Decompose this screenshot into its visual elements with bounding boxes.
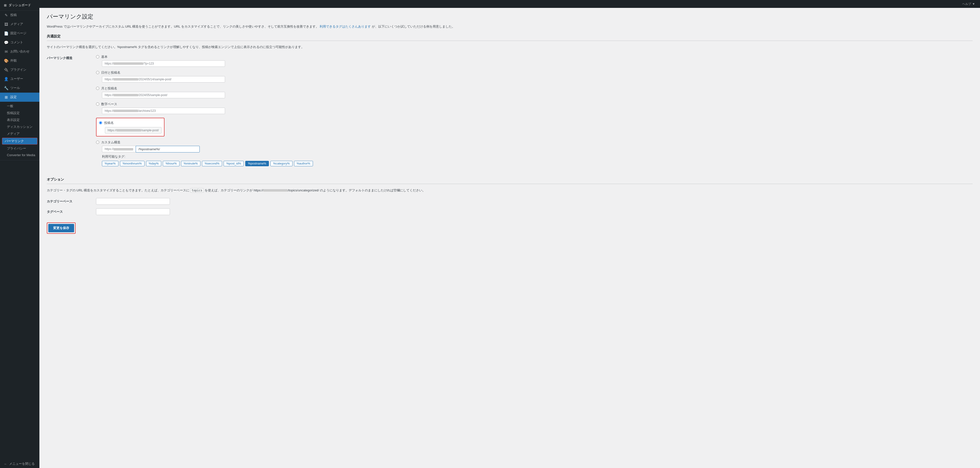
permalink-label-basic[interactable]: 基本 [96, 55, 973, 59]
help-label: ヘルプ [962, 2, 971, 6]
media-icon: 🖼 [4, 22, 8, 27]
permalink-structure-row: パーマリンク構造 基本 https:///?p=123 [47, 55, 973, 170]
sidebar-item-pages[interactable]: 📄 固定ページ [0, 29, 40, 38]
custom-structure-row: https:// [102, 146, 973, 153]
tag-minute[interactable]: %minute% [181, 161, 200, 166]
custom-prefix-text: https:// [102, 146, 136, 152]
sidebar-item-plugins[interactable]: 🔌 プラグイン [0, 65, 40, 75]
permalink-label-date[interactable]: 日付と投稿名 [96, 70, 973, 75]
sidebar-sub-privacy[interactable]: プライバシー [0, 145, 40, 152]
sidebar-sub-converter[interactable]: Converter for Media [0, 152, 40, 158]
options-section-title: オプション [47, 177, 973, 184]
permalink-text-basic: 基本 [101, 55, 108, 59]
save-button-wrapper: 変更を保存 [47, 223, 76, 234]
posts-icon: ✎ [4, 13, 8, 18]
options-code: topics [190, 188, 204, 193]
options-url-example: https:///topics/uncategorized/ [254, 188, 319, 192]
permalink-url-basic: https:///?p=123 [102, 60, 225, 67]
permalink-radio-date[interactable] [96, 71, 99, 74]
permalink-url-date: https:///2024/05/14/sample-post/ [102, 76, 225, 83]
sidebar-item-posts[interactable]: ✎ 投稿 [0, 11, 40, 20]
permalink-selected-postname: 投稿名 https:///sample-post/ [96, 118, 164, 137]
blurred-domain-postname [116, 129, 141, 132]
available-tags-link[interactable]: 利用できるタグはたくさんあります [320, 25, 371, 28]
permalink-text-date: 日付と投稿名 [101, 70, 120, 75]
sidebar-logo-label: ダッシュボード [9, 3, 31, 7]
tag-second[interactable]: %second% [202, 161, 222, 166]
permalink-label-numeric[interactable]: 数字ベース [96, 102, 973, 107]
permalink-radio-postname[interactable] [99, 121, 102, 124]
tag-day[interactable]: %day% [146, 161, 162, 166]
tag-hour[interactable]: %hour% [163, 161, 179, 166]
users-icon: 👤 [4, 76, 8, 81]
permalink-label-postname[interactable]: 投稿名 [99, 121, 162, 125]
blurred-domain-custom [113, 148, 133, 151]
sidebar-item-media[interactable]: 🖼 メディア [0, 20, 40, 29]
permalink-radio-month[interactable] [96, 87, 99, 90]
sidebar-sub-writing[interactable]: 投稿設定 [0, 110, 40, 116]
sidebar-item-contact[interactable]: ✉ お問い合わせ [0, 47, 40, 56]
tag-monthnum[interactable]: %monthnum% [120, 161, 145, 166]
blurred-domain-month [113, 94, 138, 96]
custom-structure-input[interactable] [136, 146, 200, 153]
tag-base-input-wrap [96, 209, 973, 215]
permalink-radio-numeric[interactable] [96, 102, 99, 106]
options-description: カテゴリー・タグの URL 構造をカスタマイズすることもできます。たとえば、カテ… [47, 188, 973, 193]
sidebar-close-button[interactable]: ← メニューを閉じる [0, 460, 40, 468]
settings-icon: ⊞ [4, 95, 8, 100]
tag-author[interactable]: %author% [294, 161, 313, 166]
permalink-label-month[interactable]: 月と投稿名 [96, 86, 973, 91]
tag-postname[interactable]: %postname% [245, 161, 269, 166]
sidebar-logo[interactable]: ⊞ ダッシュボード [0, 0, 40, 11]
permalink-text-custom: カスタム構造 [101, 140, 120, 145]
sidebar-sub-permalinks[interactable]: パーマリンク [2, 138, 37, 145]
sidebar-item-tools-label: ツール [10, 86, 20, 90]
permalink-label-custom[interactable]: カスタム構造 [96, 140, 973, 145]
sidebar-sub-media[interactable]: メディア [0, 130, 40, 137]
options-desc-part3: のようになります。デフォルトのままにしたければ空欄にしてください。 [320, 188, 425, 192]
close-menu-label: メニューを閉じる [9, 462, 35, 466]
sidebar-sub-reading[interactable]: 表示設定 [0, 116, 40, 123]
sidebar-sub-general[interactable]: 一般 [0, 103, 40, 110]
category-base-input[interactable] [96, 198, 170, 205]
category-base-label: カテゴリーベース [47, 198, 96, 204]
permalink-radio-basic[interactable] [96, 55, 99, 58]
sidebar-item-comments[interactable]: 💬 コメント [0, 38, 40, 47]
permalink-radio-custom[interactable] [96, 141, 99, 144]
tags-list: %year% %monthnum% %day% %hour% %minute% … [102, 161, 973, 166]
contact-icon: ✉ [4, 49, 8, 54]
sidebar-item-appearance[interactable]: 🎨 外観 [0, 56, 40, 65]
sidebar-item-settings[interactable]: ⊞ 設定 [0, 92, 40, 102]
page-description: WordPress ではパーマリンクやアーカイブにカスタム URL 構造を使うこ… [47, 24, 973, 29]
category-base-input-wrap [96, 198, 973, 205]
sidebar-item-users-label: ユーザー [10, 76, 23, 81]
options-section: オプション カテゴリー・タグの URL 構造をカスタマイズすることもできます。た… [47, 177, 973, 215]
content-area: パーマリンク設定 WordPress ではパーマリンクやアーカイブにカスタム U… [40, 8, 980, 468]
permalink-option-basic: 基本 https:///?p=123 [96, 55, 973, 67]
permalink-text-numeric: 数字ベース [101, 102, 117, 107]
desc-part1: WordPress ではパーマリンクやアーカイブにカスタム URL 構造を使うこ… [47, 25, 319, 28]
tag-year[interactable]: %year% [102, 161, 118, 166]
tag-base-input[interactable] [96, 209, 170, 215]
sidebar-item-comments-label: コメント [10, 40, 23, 45]
save-button[interactable]: 変更を保存 [48, 224, 74, 232]
help-button[interactable]: ヘルプ ▼ [962, 2, 975, 6]
sidebar-item-tools[interactable]: 🔧 ツール [0, 83, 40, 92]
blurred-options-url [263, 189, 288, 192]
options-desc-part1: カテゴリー・タグの URL 構造をカスタマイズすることもできます。たとえば、カテ… [47, 188, 190, 192]
tag-post-id[interactable]: %post_id% [224, 161, 244, 166]
settings-table: パーマリンク構造 基本 https:///?p=123 [47, 55, 973, 170]
sidebar-item-users[interactable]: 👤 ユーザー [0, 75, 40, 83]
sidebar-sub-discussion[interactable]: ディスカッション [0, 123, 40, 130]
common-settings-title: 共通設定 [47, 34, 973, 41]
dashboard-icon: ⊞ [4, 3, 6, 7]
options-desc-part2: を使えば、カテゴリーのリンクが [205, 188, 254, 192]
sidebar-item-pages-label: 固定ページ [10, 31, 26, 35]
tag-category[interactable]: %category% [270, 161, 292, 166]
tag-base-label: タグベース [47, 209, 96, 214]
save-section: 変更を保存 [47, 223, 973, 234]
category-base-row: カテゴリーベース [47, 198, 973, 205]
blurred-domain-numeric [113, 110, 138, 112]
page-title: パーマリンク設定 [47, 13, 973, 21]
sidebar-sub-menu: 一般 投稿設定 表示設定 ディスカッション メディア パーマリンク プライバシー… [0, 102, 40, 159]
